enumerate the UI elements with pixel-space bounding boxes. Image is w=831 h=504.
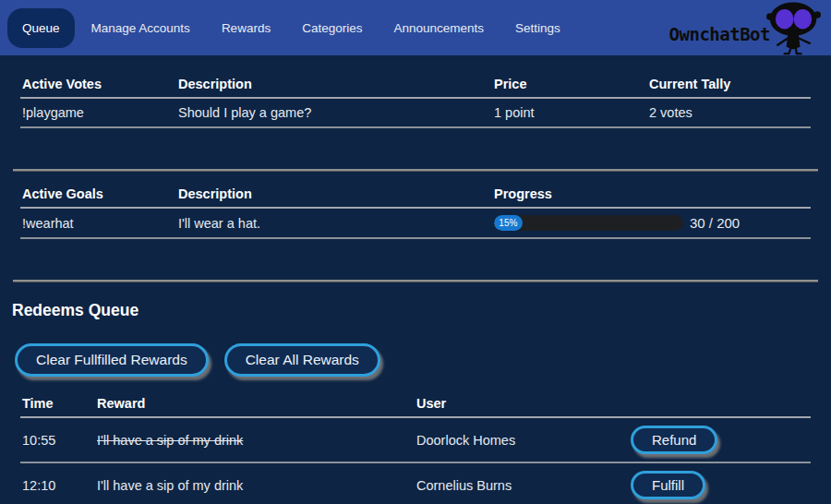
redeem-user: Cornelius Burns — [415, 462, 629, 504]
active-votes-table: Active Votes Description Price Current T… — [20, 70, 811, 128]
fulfill-button[interactable]: Fulfill — [631, 471, 705, 499]
active-votes-header-row: Active Votes Description Price Current T… — [20, 70, 811, 98]
clear-all-rewards-button[interactable]: Clear All Rewards — [224, 343, 380, 377]
col-header-active-goals: Active Goals — [20, 180, 176, 208]
navbar: Queue Manage Accounts Rewards Categories… — [0, 0, 831, 55]
redeem-reward: I'll have a sip of my drink — [95, 417, 415, 462]
col-header-user: User — [415, 390, 629, 417]
progress-percent-label: 15% — [499, 218, 517, 228]
redeems-queue-table: Time Reward User 10:55 I'll have a sip o… — [20, 390, 811, 504]
section-divider — [13, 280, 818, 282]
redeem-action-cell: Refund — [629, 417, 811, 462]
redeem-user: Doorlock Homes — [415, 417, 629, 462]
redeems-queue-title: Redeems Queue — [12, 301, 820, 320]
col-header-action — [629, 390, 811, 417]
col-header-description: Description — [176, 180, 492, 208]
tab-rewards[interactable]: Rewards — [207, 8, 285, 48]
redeem-reward: I'll have a sip of my drink — [95, 462, 415, 504]
col-header-reward: Reward — [95, 390, 415, 417]
active-goals-header-row: Active Goals Description Progress — [20, 180, 811, 208]
progress-count-label: 30 / 200 — [690, 215, 740, 231]
col-header-price: Price — [492, 70, 647, 98]
col-header-description: Description — [176, 70, 492, 98]
redeem-time: 10:55 — [20, 417, 95, 462]
table-row: !playgame Should I play a game? 1 point … — [20, 98, 811, 127]
vote-command: !playgame — [20, 98, 176, 127]
redeems-header-row: Time Reward User — [20, 390, 811, 417]
section-divider — [13, 169, 818, 172]
table-row: !wearhat I'll wear a hat. 15% 30 / 200 — [20, 208, 811, 238]
tab-manage-accounts[interactable]: Manage Accounts — [77, 8, 205, 48]
col-header-progress: Progress — [492, 180, 811, 208]
redeems-actions: Clear Fullfilled Rewards Clear All Rewar… — [15, 343, 820, 377]
progress-bar: 15% 30 / 200 — [494, 215, 809, 231]
goal-command: !wearhat — [20, 208, 176, 238]
col-header-active-votes: Active Votes — [20, 70, 176, 98]
col-header-current-tally: Current Tally — [647, 70, 811, 98]
redeem-action-cell: Fulfill — [629, 462, 811, 504]
main-content: Active Votes Description Price Current T… — [0, 55, 831, 504]
goal-progress-cell: 15% 30 / 200 — [492, 208, 811, 238]
robot-mascot-icon — [763, 2, 825, 55]
table-row: 12:10 I'll have a sip of my drink Cornel… — [20, 462, 811, 504]
active-goals-table: Active Goals Description Progress !wearh… — [20, 180, 811, 239]
brand-logo: OwnchatBot — [669, 0, 825, 55]
progress-fill: 15% — [494, 215, 523, 231]
vote-tally: 2 votes — [647, 98, 811, 127]
tab-categories[interactable]: Categories — [287, 8, 377, 48]
vote-price: 1 point — [492, 98, 647, 127]
refund-button[interactable]: Refund — [631, 426, 717, 454]
goal-description: I'll wear a hat. — [176, 208, 492, 238]
brand-wordmark: OwnchatBot — [669, 24, 770, 44]
redeem-time: 12:10 — [20, 462, 95, 504]
tab-settings[interactable]: Settings — [500, 8, 575, 48]
table-row: 10:55 I'll have a sip of my drink Doorlo… — [20, 417, 811, 462]
nav-tabs: Queue Manage Accounts Rewards Categories… — [7, 8, 577, 48]
vote-description: Should I play a game? — [176, 98, 492, 127]
clear-fulfilled-rewards-button[interactable]: Clear Fullfilled Rewards — [15, 343, 209, 377]
progress-track: 15% — [494, 215, 683, 231]
col-header-time: Time — [20, 390, 95, 417]
tab-queue[interactable]: Queue — [7, 8, 75, 48]
tab-announcements[interactable]: Announcements — [379, 8, 499, 48]
